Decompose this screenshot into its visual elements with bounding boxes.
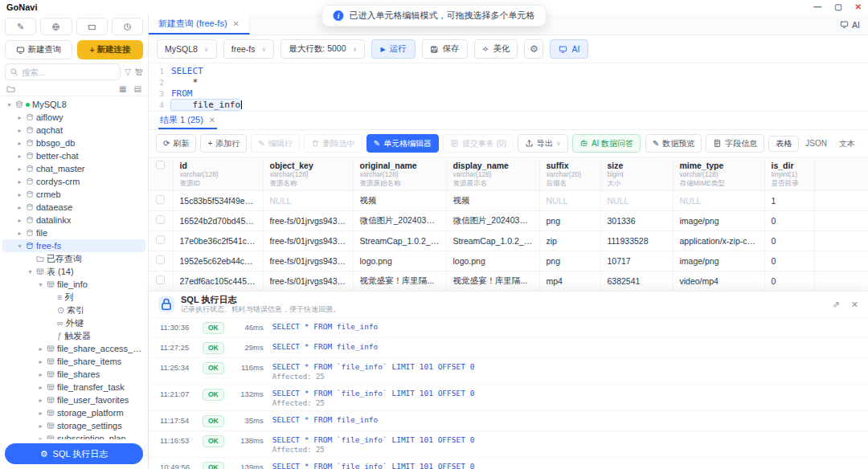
table-cell[interactable]: NULL xyxy=(673,190,764,210)
row-checkbox[interactable] xyxy=(156,275,165,284)
column-header-mime_type[interactable]: mime_typevarchar(128)存储MIME类型 xyxy=(673,157,764,190)
table-cell[interactable]: 视频 xyxy=(446,190,539,210)
table-cell[interactable]: mp4 xyxy=(539,271,600,291)
close-button[interactable]: ✕ xyxy=(855,3,862,11)
minimize-button[interactable]: — xyxy=(813,3,821,11)
tree-item-cordys-crm[interactable]: ▸cordys-crm xyxy=(2,175,145,188)
table-cell[interactable]: NULL xyxy=(600,190,673,210)
sql-editor[interactable]: 1SELECT2 *3FROM4 file_info xyxy=(149,63,868,111)
tree-item-subscription_plan[interactable]: ▸subscription_plan xyxy=(2,432,145,439)
list-view-icon[interactable]: ▤ xyxy=(134,84,141,93)
chevron-right-icon[interactable]: ▸ xyxy=(16,191,23,198)
add-row-button[interactable]: +添加行 xyxy=(200,134,247,153)
ticket-tool-button[interactable] xyxy=(76,18,108,35)
data-preview-button[interactable]: ✎数据预览 xyxy=(645,134,702,153)
ai-button[interactable]: AI xyxy=(550,39,588,59)
connection-select[interactable]: MySQL8 ∨ xyxy=(157,39,217,59)
grid-view-icon[interactable]: ▦ xyxy=(119,84,126,93)
tree-item-列[interactable]: ≡列 xyxy=(2,291,145,304)
maximize-button[interactable]: ▢ xyxy=(834,3,841,11)
database-select[interactable]: free-fs ∨ xyxy=(223,39,275,59)
new-query-button[interactable]: 新建查询 xyxy=(5,40,72,59)
tree-item-file_share_items[interactable]: ▸file_share_items xyxy=(2,355,145,368)
chevron-right-icon[interactable]: ▸ xyxy=(16,114,23,121)
table-cell[interactable]: NULL xyxy=(263,190,353,210)
log-entry[interactable]: 11:21:07OK132msSELECT * FROM `file_info`… xyxy=(149,384,868,410)
chevron-right-icon[interactable]: ▸ xyxy=(16,127,23,134)
commit-transaction-button[interactable]: 提交事务 (0) xyxy=(443,134,514,153)
table-cell[interactable]: png xyxy=(539,210,600,230)
search-input[interactable] xyxy=(22,67,116,77)
tree-item-file_share_access_record[interactable]: ▸file_share_access_record xyxy=(2,342,145,355)
table-cell[interactable]: 1 xyxy=(764,190,814,210)
folder-icon[interactable] xyxy=(6,84,15,93)
chevron-right-icon[interactable]: ▸ xyxy=(16,230,23,237)
table-cell[interactable]: 0 xyxy=(764,251,814,271)
max-rows-select[interactable]: 最大行数: 5000 ∨ xyxy=(280,39,365,59)
table-cell[interactable]: video/mp4 xyxy=(673,271,764,291)
table-cell[interactable]: free-fs/01jrvgs943q... xyxy=(263,251,353,271)
table-cell[interactable]: 17e0be36c2f541ce9... xyxy=(173,230,263,251)
edit-row-button[interactable]: ✎编辑行 xyxy=(251,134,299,153)
chevron-right-icon[interactable]: ▸ xyxy=(16,165,23,173)
table-cell[interactable]: 视频 xyxy=(353,190,446,210)
run-button[interactable]: ▶ 运行 xyxy=(371,39,415,59)
chevron-down-icon[interactable]: ▾ xyxy=(37,281,44,288)
log-entry[interactable]: 11:30:36OK46msSELECT * FROM file_info xyxy=(149,317,868,337)
chevron-right-icon[interactable]: ▸ xyxy=(37,384,44,391)
table-cell[interactable]: StreamCap_1.0.2_2_... xyxy=(446,230,539,251)
sql-log-button[interactable]: ⚙ SQL 执行日志 xyxy=(5,443,143,464)
history-tool-button[interactable] xyxy=(112,18,143,35)
table-cell[interactable]: 微信图片_20240326... xyxy=(353,210,446,230)
log-entry[interactable]: 11:17:54OK35msSELECT * FROM file_info xyxy=(149,410,868,430)
field-info-button[interactable]: 字段信息 xyxy=(706,134,764,153)
chevron-right-icon[interactable]: ▸ xyxy=(16,140,23,147)
tree-item-storage_platform[interactable]: ▸storage_platform xyxy=(2,406,145,419)
column-header-is_dir[interactable]: is_dirtinyint(1)是否目录 xyxy=(764,157,814,190)
tab-close-icon[interactable]: ✕ xyxy=(233,19,240,28)
table-cell[interactable]: 0 xyxy=(764,210,814,230)
column-header-original_name[interactable]: original_namevarchar(128)资源原始名称 xyxy=(353,157,446,190)
table-cell[interactable]: 视觉盛宴！库里隔... xyxy=(353,271,446,291)
table-cell[interactable]: NULL xyxy=(539,190,600,210)
table-cell[interactable]: png xyxy=(539,251,600,271)
chevron-down-icon[interactable]: ▾ xyxy=(6,101,13,108)
table-cell[interactable]: 16524b2d70bd4527... xyxy=(173,210,263,230)
tree-item-file[interactable]: ▸file xyxy=(2,226,145,239)
globe-tool-button[interactable] xyxy=(40,18,72,35)
column-header-display_name[interactable]: display_namevarchar(128)资源展示名 xyxy=(446,157,539,190)
log-entry[interactable]: 11:16:53OK138msSELECT * FROM `file_info`… xyxy=(149,430,868,457)
new-connection-button[interactable]: + 新建连接 xyxy=(77,40,143,59)
column-header-size[interactable]: sizebigint大小 xyxy=(600,157,673,190)
table-cell[interactable]: application/x-zip-co... xyxy=(673,230,764,251)
row-checkbox[interactable] xyxy=(156,215,165,224)
tree-item-触发器[interactable]: ƒ触发器 xyxy=(2,329,145,342)
table-cell[interactable]: free-fs/01jrvgs943q... xyxy=(263,210,353,230)
editor-line-1[interactable]: 1SELECT xyxy=(149,65,868,76)
table-cell[interactable]: logo.png xyxy=(353,251,446,271)
column-header-suffix[interactable]: suffixvarchar(20)后缀名 xyxy=(539,157,600,190)
log-entry[interactable]: 11:27:25OK29msSELECT * FROM file_info xyxy=(149,337,868,357)
table-cell[interactable]: 15c83b5f534f49e4b... xyxy=(173,190,263,210)
chevron-right-icon[interactable]: ▸ xyxy=(16,153,23,160)
settings-button[interactable]: ⚙ xyxy=(524,39,543,59)
tree-item-file_transfer_task[interactable]: ▸file_transfer_task xyxy=(2,381,145,394)
table-cell[interactable]: image/png xyxy=(673,210,764,230)
editor-line-4[interactable]: 4 file_info xyxy=(149,99,868,110)
tree-item-aiflowy[interactable]: ▸aiflowy xyxy=(2,111,145,124)
edit-tool-button[interactable]: ✎ xyxy=(5,18,36,35)
cell-editor-button[interactable]: ✎单元格编辑器 xyxy=(366,134,439,153)
tree-item-dataease[interactable]: ▸dataease xyxy=(2,201,145,214)
table-cell[interactable]: free-fs/01jrvgs943q... xyxy=(263,271,353,291)
row-checkbox[interactable] xyxy=(156,255,165,264)
log-entry[interactable]: 10:49:56OK139msSELECT * FROM `file_info`… xyxy=(149,457,868,469)
chevron-right-icon[interactable]: ▸ xyxy=(37,422,44,430)
table-cell[interactable]: 27edf6ac105c44598... xyxy=(173,271,263,291)
table-cell[interactable]: 10717 xyxy=(600,251,673,271)
table-cell[interactable]: free-fs/01jrvgs943q... xyxy=(263,230,353,251)
filter-icon[interactable]: ▽ xyxy=(125,67,131,76)
tree-item-bbsgo_db[interactable]: ▸bbsgo_db xyxy=(2,137,145,149)
table-cell[interactable]: 111933528 xyxy=(600,230,673,251)
table-cell[interactable]: 0 xyxy=(764,271,814,291)
ai-data-qa-button[interactable]: AI 数据问答 xyxy=(572,134,641,153)
